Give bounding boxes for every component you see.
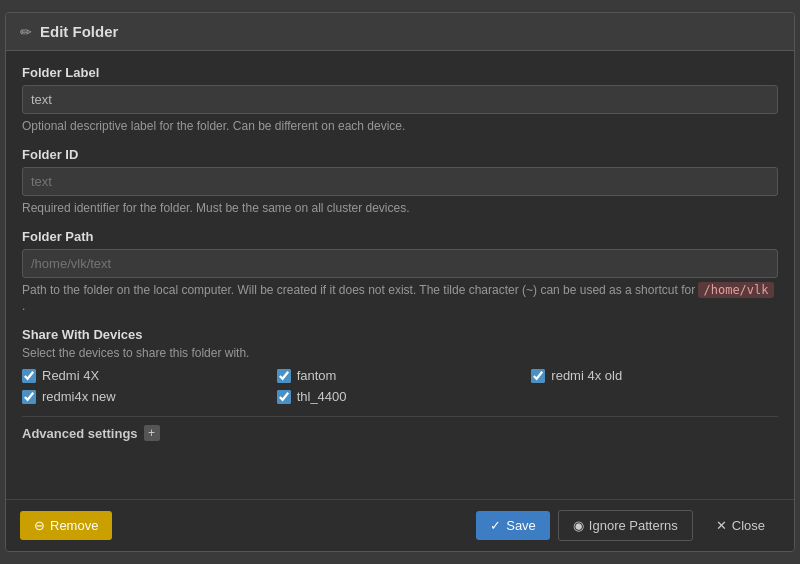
device-redmi4xold-checkbox[interactable] [531, 369, 545, 383]
remove-icon: ⊖ [34, 518, 45, 533]
advanced-settings-row: Advanced settings + [22, 425, 778, 441]
modal-body: Folder Label Optional descriptive label … [6, 51, 794, 499]
device-redmi4xold[interactable]: redmi 4x old [531, 368, 778, 383]
device-redmi4xold-label: redmi 4x old [551, 368, 622, 383]
device-redmi4x[interactable]: Redmi 4X [22, 368, 269, 383]
folder-label-group: Folder Label Optional descriptive label … [22, 65, 778, 135]
close-button[interactable]: ✕ Close [701, 510, 780, 541]
share-devices-group: Share With Devices Select the devices to… [22, 327, 778, 404]
share-devices-title: Share With Devices [22, 327, 778, 342]
folder-label-label: Folder Label [22, 65, 778, 80]
device-redmi4xnew[interactable]: redmi4x new [22, 389, 269, 404]
folder-id-group: Folder ID Required identifier for the fo… [22, 147, 778, 217]
folder-id-input[interactable] [22, 167, 778, 196]
ignore-label: Ignore Patterns [589, 518, 678, 533]
device-fantom[interactable]: fantom [277, 368, 524, 383]
device-redmi4x-checkbox[interactable] [22, 369, 36, 383]
folder-path-group: Folder Path Path to the folder on the lo… [22, 229, 778, 316]
devices-grid: Redmi 4X fantom redmi 4x old redmi4x new… [22, 368, 778, 404]
ignore-patterns-button[interactable]: ◉ Ignore Patterns [558, 510, 693, 541]
edit-folder-modal: ✏ Edit Folder Folder Label Optional desc… [5, 12, 795, 552]
folder-path-hint: Path to the folder on the local computer… [22, 282, 778, 316]
share-devices-hint: Select the devices to share this folder … [22, 346, 778, 360]
folder-label-hint: Optional descriptive label for the folde… [22, 118, 778, 135]
folder-path-input[interactable] [22, 249, 778, 278]
modal-header: ✏ Edit Folder [6, 13, 794, 51]
device-redmi4xnew-checkbox[interactable] [22, 390, 36, 404]
close-label: Close [732, 518, 765, 533]
advanced-settings-toggle[interactable]: + [144, 425, 160, 441]
device-redmi4xnew-label: redmi4x new [42, 389, 116, 404]
save-label: Save [506, 518, 536, 533]
device-fantom-checkbox[interactable] [277, 369, 291, 383]
modal-title: Edit Folder [40, 23, 118, 40]
folder-path-code: /home/vlk [698, 282, 773, 298]
footer-right-actions: ✓ Save ◉ Ignore Patterns ✕ Close [476, 510, 780, 541]
edit-icon: ✏ [20, 24, 32, 40]
folder-id-label: Folder ID [22, 147, 778, 162]
device-fantom-label: fantom [297, 368, 337, 383]
device-redmi4x-label: Redmi 4X [42, 368, 99, 383]
divider [22, 416, 778, 417]
close-icon: ✕ [716, 518, 727, 533]
folder-label-input[interactable] [22, 85, 778, 114]
save-icon: ✓ [490, 518, 501, 533]
device-thl4400-label: thl_4400 [297, 389, 347, 404]
save-button[interactable]: ✓ Save [476, 511, 550, 540]
advanced-settings-label: Advanced settings [22, 426, 138, 441]
remove-label: Remove [50, 518, 98, 533]
remove-button[interactable]: ⊖ Remove [20, 511, 112, 540]
device-thl4400[interactable]: thl_4400 [277, 389, 524, 404]
folder-id-hint: Required identifier for the folder. Must… [22, 200, 778, 217]
modal-footer: ⊖ Remove ✓ Save ◉ Ignore Patterns ✕ Clos… [6, 499, 794, 551]
device-thl4400-checkbox[interactable] [277, 390, 291, 404]
ignore-icon: ◉ [573, 518, 584, 533]
folder-path-label: Folder Path [22, 229, 778, 244]
